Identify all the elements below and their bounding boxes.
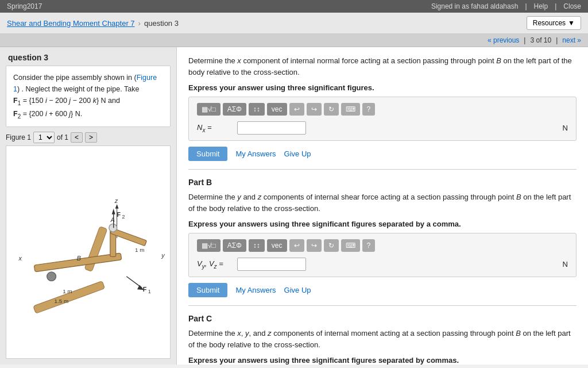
- part-b-intro: Determine the y and z components of inte…: [188, 191, 577, 214]
- navbar-left: Shear and Bending Moment Chapter 7 › que…: [7, 19, 179, 28]
- b-vec-button[interactable]: vec: [267, 239, 287, 252]
- part-a-express: Express your answer using three signific…: [188, 83, 577, 92]
- undo-button[interactable]: ↩: [289, 103, 304, 116]
- svg-text:x: x: [18, 255, 22, 262]
- figure-select[interactable]: 1: [33, 132, 55, 143]
- b-help-button[interactable]: ?: [362, 239, 376, 252]
- part-a-my-answers[interactable]: My Answers: [235, 150, 276, 158]
- main: question 3 Consider the pipe assembly sh…: [0, 47, 588, 365]
- b-redo-button[interactable]: ↪: [307, 239, 322, 252]
- part-a-actions: Submit My Answers Give Up: [188, 147, 577, 161]
- part-c-express: Express your answers using three signifi…: [188, 356, 577, 365]
- figure-prev-button[interactable]: <: [71, 132, 83, 143]
- help-link[interactable]: Help: [534, 2, 548, 10]
- redo-button[interactable]: ↪: [307, 103, 322, 116]
- arrows-button[interactable]: ↕↕: [249, 103, 265, 116]
- part-b-unit: N: [563, 260, 568, 269]
- topbar: Spring2017 Signed in as fahad aldahash |…: [0, 0, 588, 13]
- figure-area: x y z: [6, 145, 171, 359]
- page-number: 3 of 10: [530, 36, 551, 44]
- svg-text:1.5 m: 1.5 m: [55, 298, 69, 304]
- part-b-header: Part B: [188, 178, 577, 187]
- part-a-give-up[interactable]: Give Up: [284, 150, 311, 158]
- part-a-input[interactable]: [237, 121, 306, 135]
- resources-icon: ▼: [568, 19, 575, 27]
- signed-in-text: Signed in as fahad aldahash: [431, 2, 518, 10]
- figure-of: of 1: [57, 133, 68, 141]
- svg-text:1: 1: [148, 289, 151, 294]
- part-b-var: Vy, Vz =: [197, 259, 231, 270]
- svg-text:A: A: [110, 216, 115, 223]
- part-b-submit[interactable]: Submit: [188, 283, 227, 297]
- breadcrumb-sep: ›: [138, 19, 141, 28]
- part-a-intro: Determine the x component of internal no…: [188, 55, 577, 78]
- resources-label: Resources: [533, 19, 566, 27]
- part-a-answer-row: Nx = N: [197, 121, 568, 135]
- resources-button[interactable]: Resources ▼: [527, 16, 581, 30]
- figure-controls: Figure 1 1 of 1 < >: [0, 127, 176, 145]
- part-a-submit[interactable]: Submit: [188, 147, 227, 161]
- question-content: Consider the pipe assembly shown in (Fig…: [6, 66, 171, 127]
- part-ab-divider: [188, 169, 577, 170]
- keyboard-button[interactable]: ⌨: [341, 103, 360, 116]
- matrix-button[interactable]: ▦√□: [197, 103, 220, 116]
- b-undo-button[interactable]: ↩: [289, 239, 304, 252]
- breadcrumb-link[interactable]: Shear and Bending Moment Chapter 7: [7, 19, 135, 28]
- page-info: |: [524, 36, 525, 44]
- svg-text:B: B: [77, 255, 81, 262]
- svg-text:2: 2: [122, 214, 125, 220]
- topbar-right: Signed in as fahad aldahash | Help | Clo…: [431, 2, 581, 10]
- vec-button[interactable]: vec: [267, 103, 287, 116]
- part-bc-divider: [188, 305, 577, 306]
- breadcrumb-current: question 3: [144, 19, 179, 28]
- figure-label: Figure 1: [6, 133, 31, 141]
- part-b-answer-box: ▦√□ ΑΣΦ ↕↕ vec ↩ ↪ ↻ ⌨ ? Vy, Vz = N: [188, 233, 577, 277]
- part-a-unit: N: [563, 124, 568, 132]
- topbar-divider: |: [525, 2, 527, 10]
- svg-text:F: F: [117, 211, 121, 218]
- part-b-my-answers[interactable]: My Answers: [235, 286, 276, 294]
- svg-text:z: z: [114, 197, 118, 204]
- part-b-toolbar: ▦√□ ΑΣΦ ↕↕ vec ↩ ↪ ↻ ⌨ ?: [197, 239, 568, 252]
- part-b-give-up[interactable]: Give Up: [284, 286, 311, 294]
- part-c-intro: Determine the x, y, and z components of …: [188, 328, 577, 350]
- prev-page-link[interactable]: « previous: [488, 36, 519, 44]
- b-matrix-button[interactable]: ▦√□: [197, 239, 220, 252]
- question-header: question 3: [0, 47, 176, 66]
- figure-svg: x y z: [6, 146, 170, 358]
- next-page-link[interactable]: next »: [562, 36, 581, 44]
- part-a-answer-box: ▦√□ ΑΣΦ ↕↕ vec ↩ ↪ ↻ ⌨ ? Nx = N: [188, 97, 577, 141]
- svg-text:F: F: [143, 286, 147, 293]
- part-a-var: Nx =: [197, 123, 231, 133]
- figure-next-button[interactable]: >: [85, 132, 97, 143]
- part-b-actions: Submit My Answers Give Up: [188, 283, 577, 297]
- svg-text:1 m: 1 m: [135, 247, 144, 254]
- left-panel: question 3 Consider the pipe assembly sh…: [0, 47, 177, 365]
- close-link[interactable]: Close: [563, 2, 581, 10]
- help-button-a[interactable]: ?: [362, 103, 376, 116]
- figure-link[interactable]: Figure 1: [13, 74, 157, 93]
- page-info-sep: |: [556, 36, 558, 44]
- part-b-answer-row: Vy, Vz = N: [197, 258, 568, 271]
- pagination-bar: « previous | 3 of 10 | next »: [0, 34, 588, 47]
- b-alpha-button[interactable]: ΑΣΦ: [223, 239, 246, 252]
- part-b-input[interactable]: [237, 258, 306, 271]
- svg-text:1 m: 1 m: [63, 288, 72, 294]
- refresh-button[interactable]: ↻: [324, 103, 339, 116]
- b-keyboard-button[interactable]: ⌨: [341, 239, 360, 252]
- navbar: Shear and Bending Moment Chapter 7 › que…: [0, 13, 588, 34]
- alpha-button[interactable]: ΑΣΦ: [223, 103, 246, 116]
- part-b-express: Express your answers using three signifi…: [188, 220, 577, 228]
- app-title: Spring2017: [7, 2, 42, 10]
- svg-text:y: y: [161, 252, 165, 259]
- topbar-divider2: |: [555, 2, 556, 10]
- part-a-toolbar: ▦√□ ΑΣΦ ↕↕ vec ↩ ↪ ↻ ⌨ ?: [197, 103, 568, 116]
- part-c-header: Part C: [188, 314, 577, 323]
- svg-point-11: [109, 224, 117, 232]
- svg-point-12: [47, 272, 56, 281]
- b-arrows-button[interactable]: ↕↕: [249, 239, 265, 252]
- right-panel: Determine the x component of internal no…: [177, 47, 588, 365]
- question-text: Consider the pipe assembly shown in (Fig…: [13, 74, 157, 118]
- b-refresh-button[interactable]: ↻: [324, 239, 339, 252]
